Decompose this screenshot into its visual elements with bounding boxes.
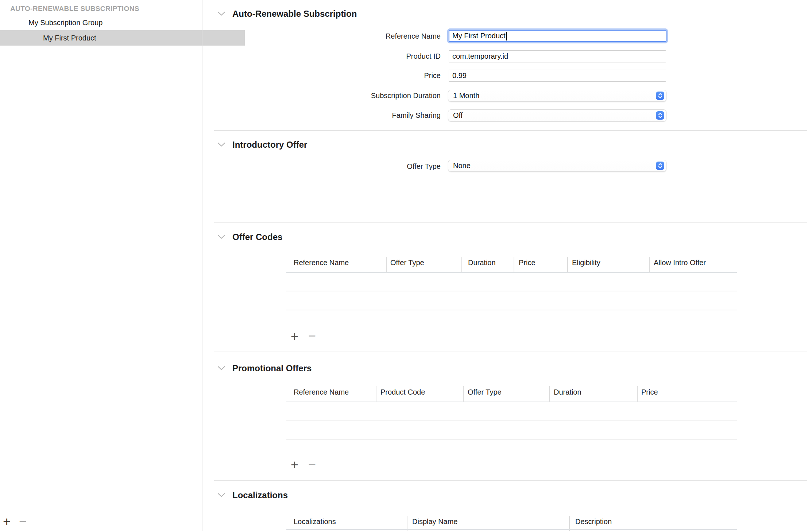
table-row-divider — [286, 439, 737, 440]
column-divider — [376, 386, 376, 402]
offer-codes-remove-button[interactable]: − — [308, 330, 316, 341]
sidebar-item-subscription-group[interactable]: My Subscription Group — [0, 15, 230, 30]
popup-stepper-icon — [656, 92, 664, 100]
promo-add-button[interactable]: + — [291, 460, 298, 470]
column-divider — [567, 257, 568, 272]
text-caret — [506, 32, 507, 40]
chevron-down-icon[interactable] — [217, 366, 225, 371]
section-title-localizations: Localizations — [232, 490, 288, 500]
sidebar-remove-button[interactable]: − — [19, 516, 27, 527]
chevron-down-icon[interactable] — [217, 11, 225, 16]
product-id-label: Product ID — [204, 51, 441, 61]
reference-name-value: My First Product — [452, 32, 506, 40]
offer-codes-col-eligibility: Eligibility — [572, 257, 600, 268]
sidebar-divider — [202, 0, 202, 531]
popup-stepper-icon — [656, 162, 664, 170]
subscription-duration-label: Subscription Duration — [204, 90, 441, 101]
localizations-col-localizations: Localizations — [294, 516, 336, 527]
promo-col-product-code: Product Code — [380, 387, 425, 397]
column-divider — [549, 386, 550, 402]
sidebar-item-label: My Subscription Group — [28, 19, 103, 27]
offer-type-label: Offer Type — [204, 161, 441, 171]
product-id-field[interactable] — [449, 50, 666, 62]
section-title-auto-renewable-subscription: Auto-Renewable Subscription — [232, 9, 357, 19]
sidebar: AUTO-RENEWABLE SUBSCRIPTIONS My Subscrip… — [0, 0, 202, 531]
sidebar-group-header: AUTO-RENEWABLE SUBSCRIPTIONS — [10, 5, 139, 13]
offer-codes-col-offer-type: Offer Type — [390, 257, 424, 268]
table-header-underline — [286, 402, 737, 402]
column-divider — [649, 257, 650, 272]
column-divider — [637, 386, 638, 402]
chevron-down-icon[interactable] — [217, 142, 225, 147]
section-title-promotional-offers: Promotional Offers — [232, 363, 312, 373]
offer-codes-col-duration: Duration — [468, 257, 496, 268]
column-divider — [407, 516, 407, 531]
storekit-config-window: AUTO-RENEWABLE SUBSCRIPTIONS My Subscrip… — [0, 0, 812, 531]
table-row-divider — [286, 420, 737, 421]
section-separator — [214, 130, 807, 131]
offer-codes-col-reference-name: Reference Name — [294, 257, 349, 268]
promo-col-offer-type: Offer Type — [468, 387, 502, 397]
offer-type-value: None — [453, 162, 471, 170]
localizations-col-description: Description — [575, 516, 612, 527]
family-sharing-value: Off — [453, 111, 463, 120]
offer-type-popup[interactable]: None — [448, 160, 666, 172]
subscription-duration-popup[interactable]: 1 Month — [448, 90, 666, 102]
column-divider — [569, 516, 570, 531]
price-label: Price — [204, 70, 441, 81]
section-title-introductory-offer: Introductory Offer — [232, 140, 307, 150]
family-sharing-label: Family Sharing — [204, 110, 441, 120]
promo-col-price: Price — [641, 387, 658, 397]
chevron-down-icon[interactable] — [217, 493, 225, 497]
sidebar-item-label: My First Product — [43, 34, 96, 42]
family-sharing-popup[interactable]: Off — [448, 109, 666, 121]
sidebar-add-button[interactable]: + — [3, 516, 11, 527]
table-row-divider — [286, 310, 737, 310]
table-header-underline — [286, 272, 737, 273]
popup-stepper-icon — [656, 111, 664, 120]
column-divider — [514, 257, 514, 272]
section-title-offer-codes: Offer Codes — [232, 232, 282, 242]
offer-codes-col-allow-intro-offer: Allow Intro Offer — [654, 257, 706, 268]
promo-col-duration: Duration — [554, 387, 581, 397]
column-divider — [461, 257, 462, 272]
reference-name-label: Reference Name — [204, 31, 441, 41]
offer-codes-add-button[interactable]: + — [291, 331, 298, 342]
column-divider — [463, 386, 464, 402]
table-row-divider — [286, 291, 737, 291]
promo-col-reference-name: Reference Name — [294, 387, 349, 397]
table-header-underline — [286, 529, 737, 530]
section-separator — [214, 222, 807, 223]
section-separator — [214, 480, 807, 481]
reference-name-field[interactable]: My First Product — [449, 30, 666, 42]
localizations-col-display-name: Display Name — [412, 516, 457, 527]
price-field[interactable] — [449, 70, 666, 82]
section-separator — [214, 352, 807, 352]
column-divider — [386, 257, 387, 272]
chevron-down-icon[interactable] — [217, 235, 225, 239]
promo-remove-button[interactable]: − — [308, 459, 316, 470]
subscription-duration-value: 1 Month — [453, 92, 479, 100]
offer-codes-col-price: Price — [519, 257, 535, 268]
